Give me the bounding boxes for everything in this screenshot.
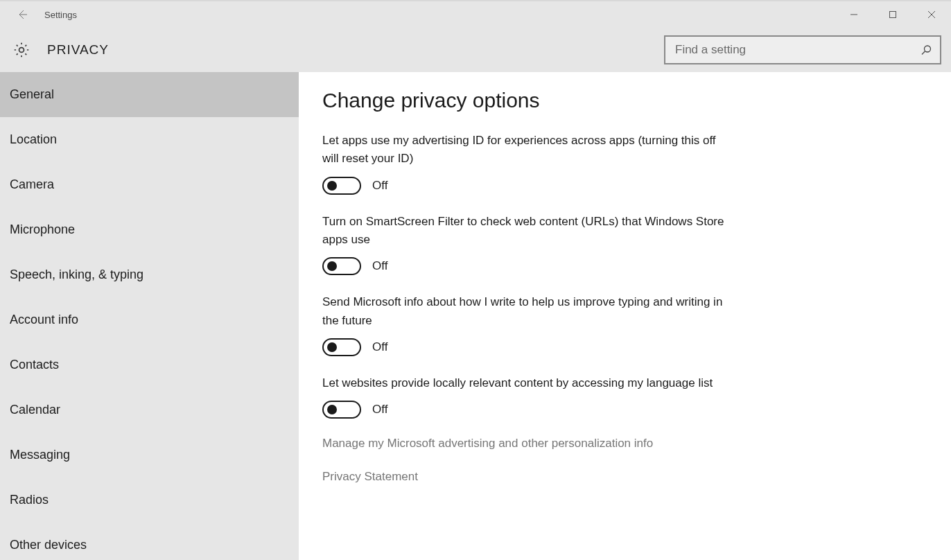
setting-3: Let websites provide locally relevant co…: [322, 374, 731, 419]
setting-label: Let apps use my advertising ID for exper…: [322, 132, 731, 168]
sidebar-item-other-devices[interactable]: Other devices: [0, 523, 299, 560]
setting-label: Send Microsoft info about how I write to…: [322, 293, 731, 330]
close-icon: [927, 10, 936, 19]
window-title: Settings: [44, 10, 77, 20]
sidebar-item-label: Speech, inking, & typing: [10, 268, 143, 282]
setting-label: Let websites provide locally relevant co…: [322, 374, 731, 392]
sidebar-item-label: Messaging: [10, 448, 70, 462]
toggle-row: Off: [322, 401, 731, 419]
sidebar-item-camera[interactable]: Camera: [0, 162, 299, 207]
sidebar-item-microphone[interactable]: Microphone: [0, 207, 299, 252]
back-button[interactable]: [17, 9, 28, 20]
sidebar-item-label: Account info: [10, 313, 78, 327]
sidebar-item-label: Microphone: [10, 222, 75, 237]
minimize-icon: [850, 10, 858, 19]
toggle-knob: [327, 342, 337, 352]
sidebar-item-label: Radios: [10, 493, 49, 507]
page-title: PRIVACY: [47, 42, 109, 58]
toggle-row: Off: [322, 257, 731, 275]
link-1[interactable]: Privacy Statement: [322, 470, 937, 484]
maximize-button[interactable]: [873, 1, 912, 28]
setting-0: Let apps use my advertising ID for exper…: [322, 132, 731, 195]
main-heading: Change privacy options: [322, 89, 937, 112]
sidebar-item-speech-inking-typing[interactable]: Speech, inking, & typing: [0, 252, 299, 297]
toggle-state-label: Off: [372, 259, 387, 273]
setting-label: Turn on SmartScreen Filter to check web …: [322, 213, 731, 250]
titlebar: Settings: [0, 0, 951, 28]
main-content: Change privacy options Let apps use my a…: [299, 72, 951, 560]
sidebar-item-label: Location: [10, 132, 57, 147]
search-input[interactable]: [675, 43, 921, 57]
toggle-row: Off: [322, 177, 731, 195]
header: PRIVACY: [0, 28, 951, 72]
setting-2: Send Microsoft info about how I write to…: [322, 293, 731, 356]
sidebar: GeneralLocationCameraMicrophoneSpeech, i…: [0, 72, 299, 560]
sidebar-item-contacts[interactable]: Contacts: [0, 342, 299, 387]
toggle-state-label: Off: [372, 340, 387, 354]
close-button[interactable]: [912, 1, 951, 28]
sidebar-item-radios[interactable]: Radios: [0, 478, 299, 523]
toggle-switch[interactable]: [322, 257, 361, 275]
sidebar-item-location[interactable]: Location: [0, 117, 299, 162]
search-box[interactable]: [664, 35, 941, 64]
toggle-state-label: Off: [372, 179, 387, 193]
toggle-knob: [327, 181, 337, 191]
sidebar-item-calendar[interactable]: Calendar: [0, 387, 299, 432]
toggle-knob: [327, 261, 337, 271]
svg-point-2: [925, 46, 931, 52]
sidebar-item-label: Contacts: [10, 358, 59, 372]
sidebar-item-label: Calendar: [10, 403, 60, 417]
search-icon: [921, 44, 932, 55]
sidebar-item-general[interactable]: General: [0, 72, 299, 117]
toggle-switch[interactable]: [322, 338, 361, 356]
sidebar-item-label: Other devices: [10, 538, 87, 552]
toggle-switch[interactable]: [322, 177, 361, 195]
svg-point-1: [19, 48, 24, 53]
toggle-state-label: Off: [372, 403, 387, 417]
sidebar-item-account-info[interactable]: Account info: [0, 297, 299, 342]
setting-1: Turn on SmartScreen Filter to check web …: [322, 213, 731, 276]
toggle-switch[interactable]: [322, 401, 361, 419]
sidebar-item-label: Camera: [10, 177, 54, 192]
link-0[interactable]: Manage my Microsoft advertising and othe…: [322, 437, 937, 450]
toggle-knob: [327, 405, 337, 414]
sidebar-item-label: General: [10, 87, 54, 102]
maximize-icon: [889, 10, 897, 19]
minimize-button[interactable]: [835, 1, 873, 28]
sidebar-item-messaging[interactable]: Messaging: [0, 432, 299, 478]
svg-rect-0: [890, 12, 896, 18]
gear-icon: [12, 41, 30, 59]
toggle-row: Off: [322, 338, 731, 356]
